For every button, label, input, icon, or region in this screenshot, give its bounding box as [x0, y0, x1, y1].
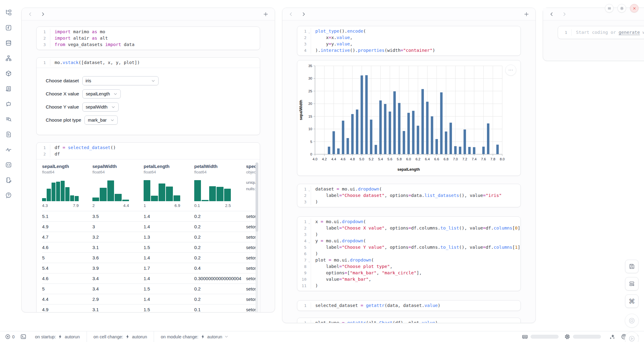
column-header-petalWidth: petalWidthfloat640.12.5	[194, 164, 246, 211]
column-header-petalLength: petalLengthfloat6416.9	[144, 164, 194, 211]
column-histogram	[194, 179, 231, 201]
svg-text:0: 0	[310, 152, 312, 156]
cpu-icon	[564, 333, 571, 340]
left-column: 1import marimo as mo2import altair as al…	[21, 8, 275, 312]
tracing-icon[interactable]	[3, 144, 14, 155]
circle-x-icon	[5, 334, 11, 340]
chevron-down-icon	[151, 79, 155, 83]
ai-sparkle-button[interactable]	[609, 333, 615, 340]
status-bar: 0 on startup: autorun on cell change: au…	[0, 331, 644, 342]
svg-text:25: 25	[308, 89, 312, 93]
layout-button[interactable]	[625, 277, 639, 290]
svg-text:sepalLength: sepalLength	[397, 167, 420, 172]
middle-column: 1⌄plot_type().encode(2 x=x.value,3 y=y.v…	[282, 8, 536, 323]
choose-plot-type-select[interactable]: mark_bar	[84, 116, 117, 125]
code-editor[interactable]: 1⌄dataset = mo.ui.dropdown(2 label="Choo…	[297, 184, 521, 207]
svg-text:30: 30	[308, 77, 312, 80]
right-column: 1 Start coding or generate with AI	[543, 8, 644, 61]
ai-chat-icon[interactable]	[3, 99, 14, 109]
choose-y-value-label: Choose Y value	[46, 104, 79, 110]
svg-text:6.8: 6.8	[444, 157, 449, 161]
generate-with-ai-link[interactable]: generate	[619, 30, 640, 35]
code-editor[interactable]: 1df = selected_dataset()2df	[37, 143, 260, 159]
table-row: 5.13.51.40.2setosa	[42, 211, 256, 221]
chevron-right-icon[interactable]	[562, 12, 567, 17]
code-editor[interactable]: 1import marimo as mo2import altair as al…	[37, 27, 260, 50]
code-editor[interactable]: 1mo.vstack([dataset, x, y, plot])	[37, 58, 260, 68]
files-icon[interactable]	[3, 7, 14, 18]
code-editor[interactable]: 1selected_dataset = getattr(data, datase…	[297, 301, 521, 311]
code-editor[interactable]: 1plot_type = getattr(alt.Chart(df), plot…	[297, 318, 521, 323]
help-icon[interactable]	[3, 190, 14, 201]
stop-button[interactable]	[625, 314, 639, 328]
on-cell-change-setting[interactable]: on cell change: autorun	[87, 331, 154, 342]
logs-icon[interactable]	[3, 114, 14, 124]
code-editor[interactable]: 1⌄plot_type().encode(2 x=x.value,3 y=y.v…	[297, 26, 521, 55]
svg-text:4.2: 4.2	[322, 157, 327, 161]
df-table-head: sepalLengthfloat644.37.9sepalWidthfloat6…	[42, 159, 256, 211]
packages-icon[interactable]	[3, 68, 14, 79]
column-header-sepalWidth: sepalWidthfloat6424.4	[92, 164, 144, 211]
chevron-left-icon[interactable]	[288, 12, 294, 17]
choose-x-value-select[interactable]: sepalLength	[82, 89, 121, 98]
helper-sidebar	[0, 0, 17, 329]
datasources-icon[interactable]	[3, 38, 14, 48]
svg-text:5: 5	[310, 140, 312, 144]
terminal-button[interactable]	[20, 333, 27, 340]
choose-dataset-select[interactable]: iris	[82, 76, 159, 85]
table-row: 4.93.11.50.1setosa	[42, 304, 256, 312]
svg-text:4.6: 4.6	[341, 157, 345, 161]
chevron-left-icon[interactable]	[549, 12, 554, 17]
add-cell-button[interactable]	[263, 11, 269, 17]
lightning-icon	[125, 334, 130, 339]
svg-text:4.0: 4.0	[313, 157, 317, 161]
svg-text:6.4: 6.4	[425, 157, 430, 161]
svg-text:8.0: 8.0	[500, 157, 505, 161]
code-placeholder[interactable]: Start coding or generate with AI	[571, 29, 644, 36]
cpu-usage-bar	[573, 335, 601, 339]
add-cell-button[interactable]	[524, 11, 529, 17]
middle-column-toolbar	[282, 8, 535, 20]
code-editor[interactable]: 1⌄x = mo.ui.dropdown(2 label="Choose X v…	[297, 217, 521, 291]
table-scrollbar[interactable]	[256, 162, 258, 312]
chevron-left-icon[interactable]	[28, 12, 33, 17]
plot-type-cell: 1plot_type = getattr(alt.Chart(df), plot…	[297, 318, 521, 323]
errors-indicator[interactable]: 0	[5, 334, 15, 340]
svg-text:20: 20	[308, 102, 312, 105]
on-startup-setting[interactable]: on startup: autorun	[28, 331, 87, 342]
xyplot-dropdown-cell: 1⌄x = mo.ui.dropdown(2 label="Choose X v…	[297, 216, 521, 291]
outline-icon[interactable]	[3, 84, 14, 94]
documentation-icon[interactable]	[3, 129, 14, 140]
svg-text:5.0: 5.0	[360, 157, 364, 161]
svg-text:5.8: 5.8	[397, 157, 402, 161]
on-module-change-setting[interactable]: on module change: autorun	[154, 331, 235, 342]
error-count: 0	[12, 334, 15, 339]
selected-dataset-cell: 1selected_dataset = getattr(data, datase…	[297, 300, 521, 311]
settings-button[interactable]	[617, 4, 626, 12]
chart-output-cell: 4.04.24.44.64.85.05.25.45.65.86.06.26.46…	[297, 60, 521, 176]
empty-code-cell[interactable]: 1 Start coding or generate with AI	[558, 26, 644, 39]
scratchpad-icon[interactable]	[3, 175, 14, 185]
choose-plot-type-row: Choose plot typemark_bar	[46, 116, 251, 125]
altair-chart: 4.04.24.44.64.85.05.25.45.65.86.06.26.46…	[297, 60, 521, 176]
chevron-right-icon[interactable]	[301, 12, 306, 17]
table-row: 53.41.50.2setosa	[42, 283, 256, 294]
snippets-icon[interactable]	[3, 160, 14, 170]
svg-text:7.8: 7.8	[490, 157, 495, 161]
menu-button[interactable]	[605, 4, 614, 12]
lightning-icon	[58, 334, 63, 339]
svg-text:35: 35	[308, 64, 312, 68]
column-histogram	[92, 179, 129, 201]
chevron-right-icon[interactable]	[40, 12, 45, 17]
shutdown-button[interactable]	[630, 4, 639, 12]
choose-y-value-select[interactable]: sepalWidth	[82, 102, 119, 112]
save-button[interactable]	[625, 260, 639, 273]
keyboard-shortcuts-button[interactable]: ⌘	[625, 294, 639, 308]
svg-text:4.8: 4.8	[350, 157, 355, 161]
svg-text:7.6: 7.6	[481, 157, 486, 161]
chart-menu-button[interactable]	[505, 65, 516, 76]
dependencies-icon[interactable]	[3, 53, 14, 63]
run-button[interactable]	[625, 332, 639, 342]
variables-icon[interactable]	[3, 23, 14, 33]
table-row: 5.43.91.70.4setosa	[42, 263, 256, 273]
